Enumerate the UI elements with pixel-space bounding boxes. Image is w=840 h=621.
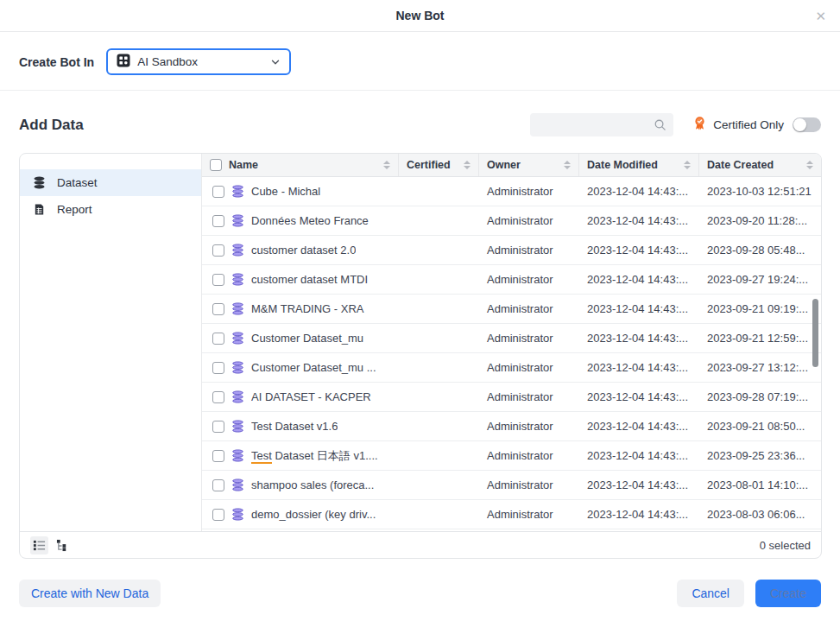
create-with-new-data-button[interactable]: Create with New Data: [19, 580, 161, 607]
date-created-cell: 2023-09-28 05:48...: [699, 244, 821, 257]
create-button[interactable]: Create: [755, 580, 821, 607]
table-row[interactable]: Test Dataset 日本語 v1....Administrator2023…: [202, 441, 821, 471]
row-checkbox[interactable]: [212, 450, 224, 462]
table-row[interactable]: Cube - MichalAdministrator2023-12-04 14:…: [202, 177, 821, 206]
dataset-name: Test Dataset 日本語 v1....: [251, 448, 378, 464]
certified-only-toggle[interactable]: [793, 117, 821, 132]
name-cell: shampoo sales (foreca...: [202, 478, 399, 491]
tree-view-button[interactable]: [54, 536, 72, 554]
dataset-icon: [231, 302, 244, 315]
dataset-name: customer dataset 2.0: [251, 244, 356, 257]
select-all-checkbox[interactable]: [210, 159, 222, 171]
row-checkbox[interactable]: [212, 186, 224, 198]
row-checkbox[interactable]: [212, 362, 224, 374]
column-header-label: Certified: [407, 159, 451, 171]
data-picker-panel: DatasetReport NameCertifiedOwnerDate Mod…: [19, 153, 822, 559]
owner-cell: Administrator: [479, 361, 579, 374]
table-row[interactable]: M&M TRADING - XRAAdministrator2023-12-04…: [202, 295, 821, 324]
sidebar-item-label: Dataset: [57, 176, 98, 189]
sort-arrows-icon[interactable]: [458, 161, 471, 169]
date-created-cell: 2023-09-20 11:28:...: [699, 214, 821, 227]
row-checkbox[interactable]: [212, 421, 224, 433]
column-header-owner[interactable]: Owner: [479, 154, 579, 176]
certified-badge-icon: [692, 116, 707, 134]
table-row[interactable]: Customer Dataset_muAdministrator2023-12-…: [202, 324, 821, 353]
row-checkbox[interactable]: [212, 479, 224, 491]
date-modified-cell: 2023-12-04 14:43:...: [579, 449, 699, 462]
dataset-icon: [231, 185, 244, 198]
name-cell: demo_dossier (key driv...: [202, 508, 399, 521]
sort-arrows-icon[interactable]: [378, 161, 390, 169]
environment-select[interactable]: AI Sandbox: [106, 48, 291, 75]
sidebar-item-report[interactable]: Report: [20, 196, 201, 223]
name-cell: customer dataset 2.0: [202, 244, 399, 257]
row-checkbox[interactable]: [212, 509, 224, 521]
owner-cell: Administrator: [479, 332, 579, 345]
column-header-name[interactable]: Name: [202, 154, 399, 176]
sort-arrows-icon[interactable]: [679, 161, 691, 169]
search-input[interactable]: [530, 113, 673, 136]
dataset-icon: [231, 508, 244, 521]
column-header-certified[interactable]: Certified: [399, 154, 479, 176]
table-row[interactable]: shampoo sales (foreca...Administrator202…: [202, 471, 821, 500]
table-row[interactable]: customer dataset 2.0Administrator2023-12…: [202, 236, 821, 265]
certified-only-group: Certified Only: [692, 116, 821, 134]
table-row[interactable]: Données Meteo FranceAdministrator2023-12…: [202, 206, 821, 236]
date-modified-cell: 2023-12-04 14:43:...: [579, 478, 699, 491]
dataset-icon: [231, 390, 244, 403]
owner-cell: Administrator: [479, 449, 579, 462]
name-cell: Customer Dataset_mu ...: [202, 361, 399, 374]
column-header-date-created[interactable]: Date Created: [699, 154, 821, 176]
selected-count: 0 selected: [760, 539, 811, 552]
date-modified-cell: 2023-12-04 14:43:...: [579, 273, 699, 286]
table-row[interactable]: Test Dataset v1.6Administrator2023-12-04…: [202, 412, 821, 441]
name-cell: customer dataset MTDI: [202, 273, 399, 286]
table-row[interactable]: AI DATASET - KACPERAdministrator2023-12-…: [202, 383, 821, 412]
date-created-cell: 2023-09-21 08:50...: [699, 420, 821, 433]
row-checkbox[interactable]: [212, 303, 224, 315]
date-modified-cell: 2023-12-04 14:43:...: [579, 390, 699, 403]
modal-header: New Bot ✕: [0, 0, 840, 32]
dataset-name: Customer Dataset_mu ...: [251, 361, 376, 374]
column-header-date-modified[interactable]: Date Modified: [579, 154, 699, 176]
data-type-sidebar: DatasetReport: [20, 154, 202, 531]
row-checkbox[interactable]: [212, 215, 224, 227]
date-modified-cell: 2023-12-04 14:43:...: [579, 244, 699, 257]
sort-arrows-icon[interactable]: [559, 161, 571, 169]
dataset-icon: [231, 244, 244, 257]
date-created-cell: 2023-10-03 12:51:21: [699, 185, 821, 198]
column-header-label: Date Created: [707, 159, 774, 171]
close-icon[interactable]: ✕: [815, 10, 826, 22]
sidebar-item-label: Report: [57, 203, 92, 216]
owner-cell: Administrator: [479, 420, 579, 433]
owner-cell: Administrator: [479, 390, 579, 403]
owner-cell: Administrator: [479, 508, 579, 521]
list-view-button[interactable]: [30, 536, 48, 554]
owner-cell: Administrator: [479, 244, 579, 257]
owner-cell: Administrator: [479, 302, 579, 315]
dataset-name: Test Dataset v1.6: [251, 420, 338, 433]
name-cell: Customer Dataset_mu: [202, 332, 399, 345]
cancel-button[interactable]: Cancel: [677, 580, 744, 607]
dataset-name: M&M TRADING - XRA: [251, 302, 364, 315]
page-title: New Bot: [396, 9, 445, 22]
date-created-cell: 2023-08-01 14:10:...: [699, 478, 821, 491]
certified-only-label: Certified Only: [713, 118, 784, 131]
table-row[interactable]: demo_dossier (key driv...Administrator20…: [202, 500, 821, 529]
row-checkbox[interactable]: [212, 244, 224, 257]
sort-arrows-icon[interactable]: [801, 161, 813, 169]
vertical-scrollbar[interactable]: [812, 299, 818, 367]
date-created-cell: 2023-08-03 06:06...: [699, 508, 821, 521]
table-row[interactable]: customer dataset MTDIAdministrator2023-1…: [202, 265, 821, 295]
row-checkbox[interactable]: [212, 391, 224, 403]
row-checkbox[interactable]: [212, 333, 224, 345]
sidebar-item-dataset[interactable]: Dataset: [20, 169, 201, 196]
name-cell: Données Meteo France: [202, 214, 399, 227]
row-checkbox[interactable]: [212, 274, 224, 286]
create-bot-in-label: Create Bot In: [19, 55, 94, 69]
date-modified-cell: 2023-12-04 14:43:...: [579, 361, 699, 374]
owner-cell: Administrator: [479, 273, 579, 286]
dataset-icon: [231, 420, 244, 433]
table-row[interactable]: Customer Dataset_mu ...Administrator2023…: [202, 353, 821, 383]
add-data-heading: Add Data: [19, 117, 84, 134]
